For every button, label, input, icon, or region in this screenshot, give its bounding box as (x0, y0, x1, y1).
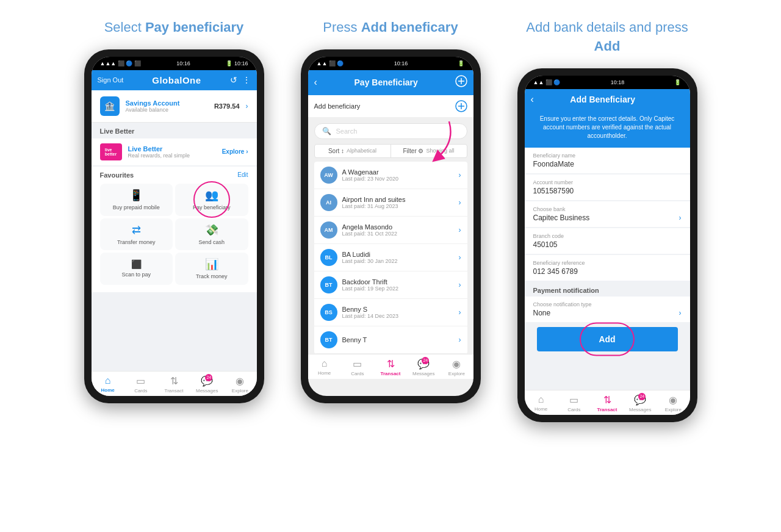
cards-icon-2: ▭ (353, 358, 362, 370)
value-choose-bank: Capitec Business (533, 214, 679, 222)
add-button[interactable]: Add (537, 327, 678, 351)
curved-arrow-svg (406, 112, 461, 167)
avatar-ai: AI (320, 194, 337, 211)
nav-cards-2[interactable]: ▭ Cards (341, 358, 374, 376)
value-bene-reference: 012 345 6789 (533, 267, 682, 276)
nav-explore-2[interactable]: ◉ Explore (440, 358, 473, 376)
battery-1: 🔋 10:16 (226, 60, 248, 66)
transfer-icon: ⇄ (132, 223, 141, 237)
nav-home-3[interactable]: ⌂ Home (525, 394, 558, 412)
nav-messages-1[interactable]: 💬 24 Messages (190, 375, 223, 394)
avatar-am: AM (320, 221, 337, 239)
value-account-number: 1051587590 (533, 187, 682, 195)
fav-item-transfer[interactable]: ⇄ Transfer money (100, 218, 173, 251)
account-card[interactable]: 🏦 Savings Account Available balance R379… (92, 90, 257, 123)
info-banner: Ensure you enter the correct details. On… (525, 110, 690, 148)
status-bar-1: ▲▲▲ ⬛ 🔵 ⬛ 10:16 🔋 10:16 (92, 57, 257, 70)
bene-name-aw: A Wagenaar (342, 168, 454, 176)
bene-info-bs: Benny S Last paid: 14 Dec 2023 (342, 306, 454, 319)
field-notification-type[interactable]: Choose notification type None › (525, 297, 690, 322)
signal-text-1: ▲▲▲ ⬛ 🔵 ⬛ (100, 60, 141, 66)
transact-label-1: Transact (165, 388, 184, 394)
step-1: Select Pay beneficiary ▲▲▲ ⬛ 🔵 ⬛ 10:16 🔋… (84, 18, 264, 403)
pay-beneficiary-label: Pay beneficiary (193, 204, 231, 211)
field-bene-name[interactable]: Beneficiary name FoondaMate (525, 148, 690, 173)
track-icon: 📊 (205, 257, 218, 271)
explore-icon-2: ◉ (452, 358, 461, 370)
nav-home-2[interactable]: ⌂ Home (308, 358, 341, 376)
add-beneficiary-plus-icon[interactable] (455, 100, 467, 112)
beneficiary-item-bl[interactable]: BL BA Ludidi Last paid: 30 Jan 2022 › (314, 244, 467, 271)
fav-edit-btn[interactable]: Edit (237, 171, 248, 178)
back-button-2[interactable]: ‹ (314, 77, 317, 88)
home-label-2: Home (318, 370, 331, 376)
sort-label: Sort ↕ (328, 148, 344, 154)
nav-transact-3[interactable]: ⇅ Transact (591, 394, 624, 412)
add-beneficiary-header-btn[interactable] (455, 75, 467, 90)
step-3: Add bank details and press Add ▲▲ ⬛ 🔵 10… (517, 18, 697, 422)
value-notification-type: None (533, 309, 679, 317)
search-placeholder-2: Search (336, 128, 358, 135)
back-button-3[interactable]: ‹ (531, 94, 534, 105)
sort-button[interactable]: Sort ↕ Alphabetical (315, 145, 391, 157)
search-icon-2: 🔍 (322, 127, 331, 135)
beneficiary-item-benny-t[interactable]: BT Benny T › (314, 326, 467, 354)
beneficiary-item-ai[interactable]: AI Airport Inn and suites Last paid: 31 … (314, 189, 467, 217)
cards-icon-3: ▭ (569, 394, 578, 406)
phone-1-screen: ▲▲▲ ⬛ 🔵 ⬛ 10:16 🔋 10:16 Sign Out GlobalO… (92, 57, 257, 396)
nav-messages-2[interactable]: 💬 24 Messages (407, 358, 440, 376)
chevron-bt: › (459, 281, 461, 289)
form-section: Beneficiary name FoondaMate Account numb… (525, 148, 690, 390)
field-branch-code[interactable]: Branch code 450105 (525, 228, 690, 254)
explore-btn[interactable]: Explore › (222, 148, 248, 155)
scan-label: Scan to pay (121, 271, 151, 278)
step2-title-bold: Add beneficary (361, 20, 458, 35)
fav-item-pay-beneficiary[interactable]: 👥 Pay beneficiary (175, 184, 248, 216)
step2-title: Press Add beneficary (323, 18, 458, 37)
scan-icon: ⬛ (131, 259, 142, 269)
nav-cards-3[interactable]: ▭ Cards (558, 394, 591, 412)
live-better-card[interactable]: livebetter Live Better Real rewards, rea… (92, 138, 257, 165)
step3-title-bold: Add (594, 38, 621, 54)
bene-name-bl: BA Ludidi (342, 251, 454, 258)
field-bene-reference[interactable]: Beneficiary reference 012 345 6789 (525, 255, 690, 281)
cards-label-3: Cards (567, 407, 580, 412)
nav-home-1[interactable]: ⌂ Home (92, 375, 124, 394)
fav-item-buy-prepaid[interactable]: 📱 Buy prepaid mobile (100, 184, 173, 216)
bene-date-am: Last paid: 31 Oct 2022 (342, 231, 454, 237)
nav-transact-2[interactable]: ⇅ Transact (374, 358, 407, 376)
battery-3: 🔋 (674, 79, 681, 85)
sign-out-button[interactable]: Sign Out (98, 76, 124, 84)
nav-explore-3[interactable]: ◉ Explore (657, 394, 689, 412)
phone-2-screen: ▲▲ ⬛ 🔵 10:16 🔋 ‹ Pay Beneficiary (308, 57, 473, 396)
chevron-bs: › (459, 308, 461, 317)
nav-transact-1[interactable]: ⇅ Transact (157, 375, 190, 394)
menu-icon[interactable]: ⋮ (242, 75, 251, 85)
beneficiary-item-am[interactable]: AM Angela Masondo Last paid: 31 Oct 2022… (314, 217, 467, 244)
home-icon-3: ⌂ (538, 394, 544, 405)
nav-explore-1[interactable]: ◉ Explore (223, 375, 256, 394)
chevron-benny-t: › (459, 336, 461, 344)
time-3: 10:18 (611, 79, 625, 85)
bene-info-aw: A Wagenaar Last paid: 23 Nov 2020 (342, 168, 454, 182)
field-account-number[interactable]: Account number 1051587590 (525, 174, 690, 200)
fav-item-track[interactable]: 📊 Track money (175, 253, 248, 285)
pay-beneficiary-icon: 👥 (205, 189, 218, 202)
time-1: 10:16 (176, 60, 190, 66)
sort-sub: Alphabetical (347, 148, 376, 154)
nav-messages-3[interactable]: 💬 24 Messages (624, 394, 657, 412)
bene-name-ai: Airport Inn and suites (342, 196, 454, 203)
value-branch-code: 450105 (533, 240, 682, 249)
beneficiary-item-bs[interactable]: BS Benny S Last paid: 14 Dec 2023 › (314, 299, 467, 326)
explore-icon-1: ◉ (236, 375, 244, 387)
beneficiary-item-bt[interactable]: BT Backdoor Thrift Last paid: 19 Sep 202… (314, 271, 467, 299)
messages-label-2: Messages (412, 371, 434, 376)
fav-item-send-cash[interactable]: 💸 Send cash (175, 218, 248, 251)
nav-cards-1[interactable]: ▭ Cards (124, 375, 157, 394)
lb-sub: Real rewards, real simple (128, 153, 216, 159)
bene-name-bs: Benny S (342, 306, 454, 313)
avatar-benny-t: BT (320, 331, 337, 348)
fav-item-scan[interactable]: ⬛ Scan to pay (100, 253, 173, 285)
refresh-icon[interactable]: ↺ (230, 75, 237, 85)
field-choose-bank[interactable]: Choose bank Capitec Business › (525, 201, 690, 227)
